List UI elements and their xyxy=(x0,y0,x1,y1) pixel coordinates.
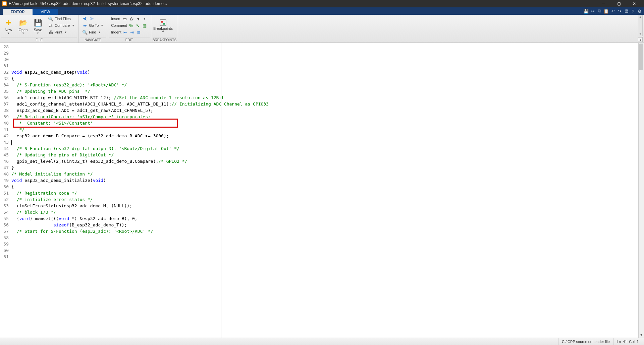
chevron-down-icon: ▼ xyxy=(101,24,103,27)
nav-back-button[interactable]: ⮜ ⮞ xyxy=(80,15,106,22)
insert-arrow-icon: ▾ xyxy=(136,16,141,21)
qat-copy-icon[interactable]: ⧉ xyxy=(596,8,602,14)
close-button[interactable]: ✕ xyxy=(627,0,642,7)
ribbon: ✚ New ▼ 📂 Open ▼ 💾 Save ▼ 🔍 xyxy=(0,15,644,43)
insert-section-icon: ▭ xyxy=(122,16,128,21)
status-bar: C / CPP source or header file Ln 41 Col … xyxy=(0,338,644,345)
smart-indent-icon: ≣ xyxy=(136,29,142,35)
scroll-thumb[interactable] xyxy=(639,44,643,70)
comment-button[interactable]: Comment % ⤡ ▧ xyxy=(109,22,150,29)
ribbon-group-navigate: ⮜ ⮞ ➡ Go To ▼ 🔍 Find ▼ NAVIGATE xyxy=(78,15,107,43)
status-cursor: Ln 41 Col 1 xyxy=(613,338,642,345)
goto-button[interactable]: ➡ Go To ▼ xyxy=(80,22,106,29)
find-files-label: Find Files xyxy=(55,17,71,21)
ribbon-file-label: FILE xyxy=(1,38,77,43)
tab-view[interactable]: VIEW xyxy=(33,9,58,15)
find-label: Find xyxy=(89,30,96,34)
status-col-value: 1 xyxy=(637,340,639,344)
titlebar: F:\Aimagin\Task_4547\esp32_adc_demo_esp3… xyxy=(0,0,644,7)
print-button[interactable]: 🖶 Print ▼ xyxy=(46,29,77,36)
indent-left-icon: ⇤ xyxy=(123,29,128,35)
open-button[interactable]: 📂 Open ▼ xyxy=(16,15,30,36)
qat-undo-icon[interactable]: ↶ xyxy=(610,8,616,14)
status-filetype: C / CPP source or header file xyxy=(558,338,613,345)
breakpoints-button[interactable]: Breakpoints ▼ xyxy=(153,15,173,36)
print-label: Print xyxy=(55,30,62,34)
find-files-button[interactable]: 🔍 Find Files xyxy=(46,15,77,22)
comment-block-icon: ▧ xyxy=(142,23,147,28)
find-button[interactable]: 🔍 Find ▼ xyxy=(80,29,106,36)
chevron-down-icon: ▼ xyxy=(143,17,146,20)
open-label: Open xyxy=(19,28,28,32)
print-icon: 🖶 xyxy=(48,29,53,35)
chevron-down-icon: ▼ xyxy=(162,30,164,33)
quick-access-toolbar: 💾 ✂ ⧉ 📋 ↶ ↷ 🖶 ? ⚙ xyxy=(583,8,643,14)
status-ln-label: Ln xyxy=(617,340,621,344)
line-gutter: 2829303132333435363738394041424344454647… xyxy=(0,43,11,338)
highlight-box xyxy=(13,119,178,128)
editor-area: 2829303132333435363738394041424344454647… xyxy=(0,43,644,338)
new-button[interactable]: ✚ New ▼ xyxy=(1,15,15,36)
breakpoints-label: Breakpoints xyxy=(153,27,173,30)
breakpoints-icon xyxy=(160,19,166,26)
app-icon xyxy=(2,1,7,6)
comment-percent-icon: % xyxy=(128,23,134,28)
maximize-button[interactable]: ▢ xyxy=(611,0,627,7)
ribbon-scroll[interactable]: ▲▼ xyxy=(638,15,643,36)
compare-button[interactable]: ⇄ Compare ▼ xyxy=(46,22,77,29)
save-label: Save xyxy=(34,28,42,32)
find-files-icon: 🔍 xyxy=(48,16,53,21)
save-icon: 💾 xyxy=(33,18,43,27)
comment-label: Comment xyxy=(111,23,127,27)
compare-label: Compare xyxy=(55,23,70,27)
chevron-down-icon: ▼ xyxy=(98,31,101,34)
minimize-button[interactable]: ─ xyxy=(596,0,611,7)
search-icon: 🔍 xyxy=(82,29,88,35)
ribbon-breakpoints-label: BREAKPOINTS xyxy=(153,38,176,43)
ribbon-group-breakpoints: Breakpoints ▼ BREAKPOINTS xyxy=(151,15,178,43)
qat-print-icon[interactable]: 🖶 xyxy=(623,8,629,14)
arrow-right-icon: ⮞ xyxy=(89,16,94,21)
code-view[interactable]: void esp32_adc_demo_step(void){ /* S-Fun… xyxy=(11,43,638,338)
compare-icon: ⇄ xyxy=(48,23,53,28)
uncomment-icon: ⤡ xyxy=(135,23,141,28)
tab-editor[interactable]: EDITOR xyxy=(3,9,33,15)
new-label: New xyxy=(5,28,12,32)
chevron-down-icon: ▼ xyxy=(37,32,39,35)
indent-right-icon: ⇥ xyxy=(129,29,135,35)
chevron-down-icon: ▼ xyxy=(72,24,74,27)
ribbon-edit-label: EDIT xyxy=(109,38,150,43)
status-col-label: Col xyxy=(629,340,635,344)
goto-label: Go To xyxy=(89,23,99,27)
qat-help-icon[interactable]: ? xyxy=(630,8,636,14)
qat-redo-icon[interactable]: ↷ xyxy=(616,8,623,14)
status-ln-value: 41 xyxy=(623,340,627,344)
qat-paste-icon[interactable]: 📋 xyxy=(603,8,609,14)
goto-icon: ➡ xyxy=(82,23,88,28)
qat-cut-icon[interactable]: ✂ xyxy=(590,8,596,14)
qat-save-icon[interactable]: 💾 xyxy=(583,8,589,14)
folder-open-icon: 📂 xyxy=(18,18,28,27)
insert-button[interactable]: Insert ▭ fx ▾ ▼ xyxy=(109,15,150,22)
chevron-down-icon: ▼ xyxy=(64,31,67,34)
insert-fx-icon: fx xyxy=(129,16,135,21)
qat-gear-icon[interactable]: ⚙ xyxy=(637,8,643,14)
save-button[interactable]: 💾 Save ▼ xyxy=(31,15,45,36)
insert-label: Insert xyxy=(111,17,120,21)
tab-strip: EDITOR VIEW 💾 ✂ ⧉ 📋 ↶ ↷ 🖶 ? ⚙ xyxy=(0,7,644,15)
main-window: F:\Aimagin\Task_4547\esp32_adc_demo_esp3… xyxy=(0,0,644,345)
ribbon-group-file: ✚ New ▼ 📂 Open ▼ 💾 Save ▼ 🔍 xyxy=(0,15,78,43)
ribbon-group-edit: Insert ▭ fx ▾ ▼ Comment % ⤡ ▧ Indent xyxy=(107,15,151,43)
indent-label: Indent xyxy=(111,30,121,34)
vertical-scrollbar[interactable]: ▲ ▼ xyxy=(638,43,644,338)
ribbon-collapse-button[interactable]: ▴ xyxy=(638,37,643,42)
plus-icon: ✚ xyxy=(4,18,13,27)
indent-button[interactable]: Indent ⇤ ⇥ ≣ xyxy=(109,29,150,36)
chevron-down-icon: ▼ xyxy=(7,32,10,35)
window-title: F:\Aimagin\Task_4547\esp32_adc_demo_esp3… xyxy=(9,1,596,6)
arrow-left-icon: ⮜ xyxy=(82,16,88,21)
scroll-down-icon[interactable]: ▼ xyxy=(639,332,644,338)
ribbon-navigate-label: NAVIGATE xyxy=(80,38,106,43)
chevron-down-icon: ▼ xyxy=(22,32,24,35)
split-line[interactable] xyxy=(221,43,221,338)
